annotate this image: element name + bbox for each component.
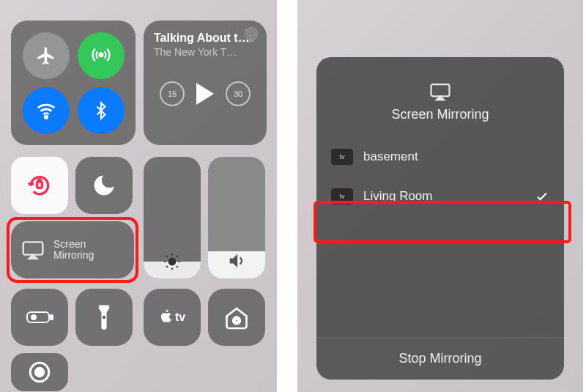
bluetooth-icon <box>92 101 111 120</box>
now-playing-module[interactable]: Talking About t… The New York T… 15 30 <box>144 21 267 145</box>
home-icon <box>223 304 250 330</box>
svg-point-6 <box>169 259 176 265</box>
checkmark-icon <box>535 189 549 204</box>
control-center-screenshot: Talking About t… The New York T… 15 30 <box>0 0 277 392</box>
screen-mirroring-icon <box>429 82 451 101</box>
svg-rect-5 <box>37 182 42 188</box>
now-playing-title: Talking About t… <box>154 31 256 45</box>
rotation-lock-icon <box>25 171 54 200</box>
apple-tv-badge-icon: tv <box>331 188 353 204</box>
stop-mirroring-button[interactable]: Stop Mirroring <box>316 337 564 380</box>
svg-point-2 <box>249 32 253 36</box>
now-playing-subtitle: The New York T… <box>154 46 256 58</box>
device-row-basement[interactable]: tv basement <box>316 137 564 177</box>
svg-point-13 <box>235 319 238 322</box>
svg-point-10 <box>31 315 36 319</box>
skip-forward-button[interactable]: 30 <box>226 81 251 106</box>
do-not-disturb-toggle[interactable] <box>75 157 133 214</box>
device-row-living-room[interactable]: tv Living Room <box>316 177 564 216</box>
screen-mirroring-panel: Screen Mirroring tv basement tv Living R… <box>316 57 564 380</box>
skip-forward-label: 30 <box>234 89 242 98</box>
screen-mirroring-button[interactable]: Screen Mirroring <box>11 221 134 278</box>
moon-icon <box>91 172 117 199</box>
airplane-icon <box>36 45 56 66</box>
apple-tv-icon: tv <box>159 308 185 326</box>
home-button[interactable] <box>208 289 265 346</box>
connectivity-module <box>11 21 136 145</box>
svg-point-15 <box>35 368 43 376</box>
svg-point-3 <box>248 30 256 38</box>
skip-back-label: 15 <box>168 89 177 98</box>
speaker-icon <box>226 251 247 271</box>
volume-slider[interactable] <box>208 157 265 278</box>
screen-mirroring-line1: Screen <box>53 239 94 250</box>
screen-mirroring-icon <box>21 240 45 260</box>
antenna-icon <box>91 45 111 66</box>
apple-tv-remote-button[interactable]: tv <box>144 289 201 346</box>
low-power-mode-toggle[interactable] <box>11 289 68 346</box>
svg-rect-16 <box>431 84 450 96</box>
flashlight-toggle[interactable] <box>75 289 133 346</box>
svg-rect-9 <box>51 315 53 319</box>
wifi-icon <box>35 100 57 122</box>
flashlight-icon <box>96 303 112 331</box>
bluetooth-toggle[interactable] <box>78 87 125 134</box>
device-name: Living Room <box>363 189 433 204</box>
record-icon <box>27 360 52 385</box>
panel-title: Screen Mirroring <box>391 107 489 122</box>
rotation-lock-toggle[interactable] <box>11 157 68 214</box>
svg-point-1 <box>45 116 48 119</box>
screen-mirroring-line2: Mirroring <box>53 250 94 261</box>
svg-point-0 <box>99 53 103 56</box>
apple-tv-badge-icon: tv <box>331 149 353 165</box>
wifi-toggle[interactable] <box>23 87 70 134</box>
svg-rect-8 <box>27 312 49 322</box>
airplane-mode-toggle[interactable] <box>23 32 70 79</box>
play-button[interactable] <box>196 83 214 105</box>
screen-record-button[interactable] <box>11 353 68 391</box>
airplay-audio-icon <box>243 26 259 42</box>
brightness-slider[interactable] <box>144 157 201 278</box>
screen-mirroring-picker-screenshot: Screen Mirroring tv basement tv Living R… <box>297 0 583 392</box>
svg-point-11 <box>103 316 105 319</box>
cellular-data-toggle[interactable] <box>78 32 125 79</box>
device-name: basement <box>363 149 418 164</box>
skip-back-button[interactable]: 15 <box>160 81 185 106</box>
stop-mirroring-label: Stop Mirroring <box>398 351 481 366</box>
brightness-icon <box>163 252 182 271</box>
battery-icon <box>25 308 54 326</box>
svg-rect-7 <box>23 242 43 254</box>
